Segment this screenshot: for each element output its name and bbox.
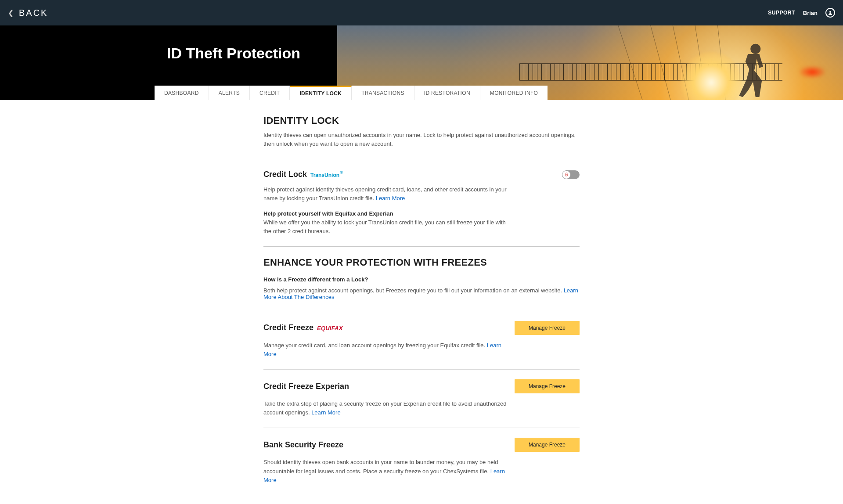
tab-identity-lock[interactable]: IDENTITY LOCK bbox=[290, 86, 352, 100]
freezes-answer: Both help protect against account openin… bbox=[263, 287, 580, 300]
freezes-title: ENHANCE YOUR PROTECTION WITH FREEZES bbox=[263, 257, 580, 268]
tab-label: TRANSACTIONS bbox=[361, 90, 404, 96]
tab-credit[interactable]: CREDIT bbox=[250, 86, 290, 100]
freeze-list: Credit FreezeEQUIFAXManage FreezeManage … bbox=[263, 311, 580, 495]
page-title: ID Theft Protection bbox=[167, 45, 300, 62]
freeze-item: Bank Security FreezeManage FreezeShould … bbox=[263, 428, 580, 495]
manage-freeze-button[interactable]: Manage Freeze bbox=[515, 438, 580, 452]
back-button[interactable]: ❮ BACK bbox=[8, 8, 48, 18]
manage-freeze-button[interactable]: Manage Freeze bbox=[515, 321, 580, 335]
credit-lock-block: Credit Lock TransUnion® Help protect aga… bbox=[263, 160, 580, 247]
equifax-logo: EQUIFAX bbox=[317, 325, 342, 331]
tab-monitored-info[interactable]: MONITORED INFO bbox=[480, 86, 548, 100]
tabbar: DASHBOARDALERTSCREDITIDENTITY LOCKTRANSA… bbox=[155, 86, 548, 100]
freeze-item-title: Credit Freeze bbox=[263, 323, 313, 332]
tab-id-restoration[interactable]: ID RESTORATION bbox=[414, 86, 480, 100]
user-icon bbox=[828, 10, 833, 15]
topbar-right: SUPPORT Brian bbox=[768, 8, 835, 18]
tab-label: IDENTITY LOCK bbox=[299, 90, 342, 97]
freeze-item: Credit FreezeEQUIFAXManage FreezeManage … bbox=[263, 311, 580, 370]
freezes-intro: ENHANCE YOUR PROTECTION WITH FREEZES How… bbox=[263, 247, 580, 311]
freeze-item-desc: Take the extra step of placing a securit… bbox=[263, 400, 509, 417]
support-link[interactable]: SUPPORT bbox=[768, 10, 795, 16]
freeze-item-title: Bank Security Freeze bbox=[263, 440, 343, 450]
svg-point-0 bbox=[829, 11, 831, 13]
freezes-question: How is a Freeze different from a Lock? bbox=[263, 276, 580, 283]
tab-transactions[interactable]: TRANSACTIONS bbox=[352, 86, 414, 100]
content: IDENTITY LOCK Identity thieves can open … bbox=[263, 100, 580, 504]
tab-label: ID RESTORATION bbox=[424, 90, 470, 96]
credit-lock-subheading: Help protect yourself with Equifax and E… bbox=[263, 210, 580, 217]
tab-dashboard[interactable]: DASHBOARD bbox=[155, 86, 209, 100]
identity-lock-title: IDENTITY LOCK bbox=[263, 115, 580, 126]
freeze-item-title: Credit Freeze Experian bbox=[263, 382, 349, 391]
unlock-icon bbox=[564, 173, 569, 177]
hero-banner: ID Theft Protection DASHBOARDALERTSCREDI… bbox=[0, 25, 843, 100]
toggle-knob bbox=[562, 171, 570, 179]
runner-silhouette bbox=[733, 41, 773, 98]
credit-lock-learn-more-link[interactable]: Learn More bbox=[376, 195, 405, 202]
tab-label: CREDIT bbox=[259, 90, 280, 96]
back-label: BACK bbox=[19, 8, 48, 18]
avatar[interactable] bbox=[825, 8, 835, 18]
chevron-left-icon: ❮ bbox=[8, 9, 14, 17]
freeze-item-desc: Should identity thieves open bank accoun… bbox=[263, 458, 509, 484]
tab-label: DASHBOARD bbox=[164, 90, 199, 96]
freeze-item-learn-more-link[interactable]: Learn More bbox=[311, 409, 340, 416]
identity-lock-desc: Identity thieves can open unauthorized a… bbox=[263, 131, 580, 148]
credit-lock-desc: Help protect against identity thieves op… bbox=[263, 185, 509, 203]
manage-freeze-button[interactable]: Manage Freeze bbox=[515, 379, 580, 393]
tab-alerts[interactable]: ALERTS bbox=[209, 86, 250, 100]
freeze-item: Credit Freeze ExperianManage FreezeTake … bbox=[263, 370, 580, 428]
tab-label: ALERTS bbox=[219, 90, 240, 96]
tab-label: MONITORED INFO bbox=[490, 90, 538, 96]
topbar: ❮ BACK SUPPORT Brian bbox=[0, 0, 843, 25]
svg-point-1 bbox=[750, 44, 760, 54]
freeze-item-desc: Manage your credit card, and loan accoun… bbox=[263, 341, 509, 359]
transunion-logo: TransUnion® bbox=[310, 172, 339, 178]
credit-lock-toggle[interactable] bbox=[562, 170, 580, 179]
user-name[interactable]: Brian bbox=[803, 10, 818, 16]
credit-lock-subtext: While we offer you the ability to lock y… bbox=[263, 218, 509, 236]
svg-rect-2 bbox=[566, 174, 568, 176]
credit-lock-title: Credit Lock bbox=[263, 170, 307, 179]
